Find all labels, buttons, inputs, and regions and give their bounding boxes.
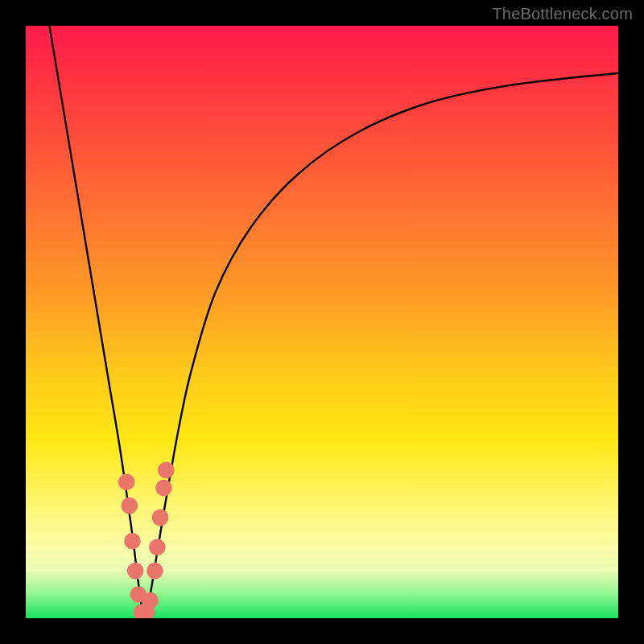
curve-overlay bbox=[26, 26, 618, 618]
data-marker bbox=[149, 539, 166, 555]
bottleneck-curve bbox=[49, 26, 618, 618]
attribution-text: TheBottleneck.com bbox=[492, 5, 633, 23]
data-marker bbox=[121, 497, 138, 514]
data-marker bbox=[142, 592, 159, 609]
data-marker bbox=[158, 462, 175, 479]
data-marker bbox=[152, 510, 169, 526]
data-marker bbox=[124, 533, 141, 550]
data-marker bbox=[127, 563, 144, 580]
marker-cluster bbox=[118, 462, 175, 618]
data-marker bbox=[147, 563, 163, 580]
data-marker bbox=[118, 473, 135, 490]
chart-frame: TheBottleneck.com bbox=[0, 0, 644, 644]
plot-area bbox=[26, 26, 618, 618]
data-marker bbox=[155, 480, 172, 497]
